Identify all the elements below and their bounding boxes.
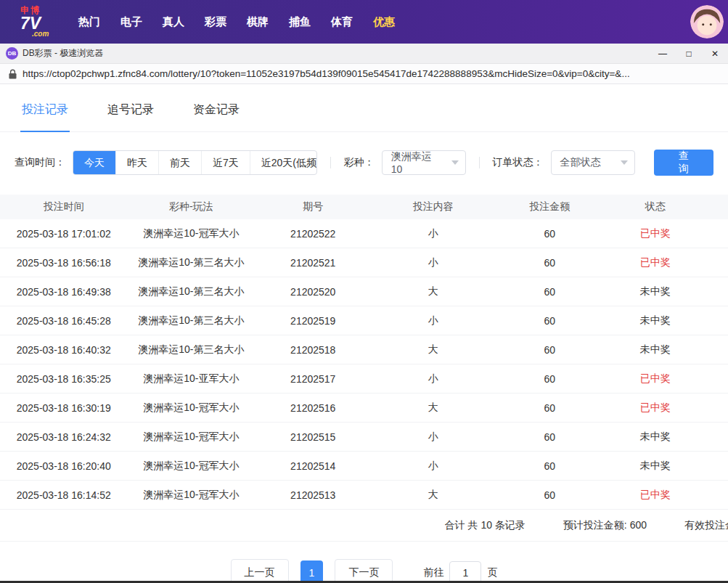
lottery-select[interactable]: 澳洲幸运10 bbox=[382, 150, 466, 175]
site-nav-menu: 热门电子真人彩票棋牌捕鱼体育优惠 bbox=[78, 15, 690, 29]
nav-item[interactable]: 棋牌 bbox=[247, 15, 269, 29]
bet-content: 大 bbox=[372, 285, 496, 298]
tab-item[interactable]: 投注记录 bbox=[20, 102, 70, 131]
bet-period: 21202514 bbox=[255, 460, 371, 472]
bet-period: 21202515 bbox=[255, 431, 371, 443]
bet-period: 21202517 bbox=[255, 373, 371, 385]
time-filter-option[interactable]: 昨天 bbox=[115, 151, 158, 174]
bet-period: 21202522 bbox=[255, 228, 371, 240]
bet-play: 澳洲幸运10-亚军大小 bbox=[128, 372, 255, 386]
time-filter-group: 今天昨天前天近7天近20天(低频) bbox=[73, 150, 317, 175]
bet-amount: 60 bbox=[495, 286, 604, 298]
browser-tab-icon: DB bbox=[6, 47, 18, 60]
bet-content: 小 bbox=[372, 227, 496, 240]
time-filter-label: 查询时间： bbox=[15, 156, 65, 169]
bet-status: 已中奖 bbox=[604, 256, 705, 269]
nav-item[interactable]: 体育 bbox=[331, 15, 353, 29]
nav-item[interactable]: 热门 bbox=[78, 15, 100, 29]
bet-period: 21202513 bbox=[255, 489, 371, 501]
nav-item[interactable]: 真人 bbox=[163, 15, 184, 29]
bet-status: 已中奖 bbox=[604, 401, 705, 415]
bet-amount: 60 bbox=[495, 402, 604, 414]
filter-divider bbox=[479, 157, 480, 168]
bet-time: 2025-03-18 16:45:28 bbox=[0, 315, 128, 327]
ssl-lock-icon bbox=[9, 69, 17, 79]
bet-amount: 60 bbox=[495, 460, 604, 472]
filter-divider bbox=[330, 157, 331, 168]
bet-content: 小 bbox=[372, 460, 496, 473]
table-row: 2025-03-18 16:20:40澳洲幸运10-冠军大小21202514小6… bbox=[0, 452, 728, 481]
url-text[interactable]: https://ctop02pchwp1.zfnc84.com/lottery/… bbox=[23, 68, 630, 79]
bet-period: 21202520 bbox=[255, 286, 371, 298]
bet-content: 小 bbox=[372, 314, 496, 327]
next-page-button[interactable]: 下一页 bbox=[335, 559, 393, 583]
nav-item[interactable]: 捕鱼 bbox=[289, 15, 311, 29]
close-icon[interactable]: ✕ bbox=[702, 44, 728, 64]
user-avatar[interactable] bbox=[690, 5, 724, 38]
lottery-filter-label: 彩种： bbox=[344, 156, 375, 169]
browser-titlebar: DB DB彩票 - 极速浏览器 — □ ✕ bbox=[0, 44, 728, 64]
column-header: 状态 bbox=[604, 200, 705, 213]
column-header: 期号 bbox=[255, 200, 371, 213]
bet-play: 澳洲幸运10-冠军大小 bbox=[128, 460, 255, 473]
bet-period: 21202518 bbox=[255, 344, 371, 356]
minimize-icon[interactable]: — bbox=[650, 44, 676, 64]
bet-content: 小 bbox=[372, 431, 496, 444]
current-page-button[interactable]: 1 bbox=[300, 560, 324, 583]
bet-content: 大 bbox=[372, 343, 496, 356]
time-filter-option[interactable]: 近7天 bbox=[201, 151, 250, 174]
time-filter-option[interactable]: 今天 bbox=[73, 151, 115, 174]
bet-status: 未中奖 bbox=[604, 460, 705, 473]
page-content: 投注记录追号记录资金记录 查询时间： 今天昨天前天近7天近20天(低频) 彩种：… bbox=[0, 84, 728, 583]
bet-content: 小 bbox=[372, 372, 496, 386]
bet-play: 澳洲幸运10-第三名大小 bbox=[128, 256, 255, 269]
bet-play: 澳洲幸运10-第三名大小 bbox=[128, 343, 255, 356]
bet-amount: 60 bbox=[495, 257, 604, 269]
bet-amount: 60 bbox=[495, 344, 604, 356]
chevron-down-icon bbox=[621, 160, 628, 165]
nav-item[interactable]: 电子 bbox=[120, 15, 142, 29]
estimated-amount-text: 预计投注金额: 600 bbox=[563, 519, 647, 532]
bet-play: 澳洲幸运10-冠军大小 bbox=[128, 401, 255, 415]
table-row: 2025-03-18 16:35:25澳洲幸运10-亚军大小21202517小6… bbox=[0, 364, 728, 394]
table-row: 2025-03-18 16:40:32澳洲幸运10-第三名大小21202518大… bbox=[0, 335, 728, 364]
bet-content: 大 bbox=[372, 489, 496, 502]
goto-page-group: 前往 页 bbox=[423, 561, 497, 583]
query-button[interactable]: 查询 bbox=[654, 150, 713, 176]
bet-status: 未中奖 bbox=[604, 343, 705, 356]
prev-page-button[interactable]: 上一页 bbox=[231, 559, 289, 583]
table-row: 2025-03-18 16:24:32澳洲幸运10-冠军大小21202515小6… bbox=[0, 423, 728, 452]
column-header: 投注内容 bbox=[372, 200, 496, 213]
maximize-icon[interactable]: □ bbox=[676, 44, 702, 64]
bet-time: 2025-03-18 17:01:02 bbox=[0, 228, 128, 240]
site-logo[interactable]: 申博 7V.com bbox=[20, 6, 64, 38]
table-row: 2025-03-18 16:45:28澳洲幸运10-第三名大小21202519小… bbox=[0, 306, 728, 335]
filter-bar: 查询时间： 今天昨天前天近7天近20天(低频) 彩种： 澳洲幸运10 订单状态：… bbox=[0, 150, 728, 176]
tab-item[interactable]: 资金记录 bbox=[192, 102, 241, 131]
time-filter-option[interactable]: 前天 bbox=[158, 151, 201, 174]
bet-content: 小 bbox=[372, 256, 496, 269]
bet-play: 澳洲幸运10-冠军大小 bbox=[128, 227, 255, 240]
status-select[interactable]: 全部状态 bbox=[551, 150, 635, 175]
window-controls: — □ ✕ bbox=[650, 44, 728, 64]
nav-item[interactable]: 彩票 bbox=[205, 15, 226, 29]
bet-amount: 60 bbox=[495, 228, 604, 240]
bet-time: 2025-03-18 16:20:40 bbox=[0, 460, 128, 472]
nav-item[interactable]: 优惠 bbox=[373, 15, 395, 29]
total-records-text: 合计 共 10 条记录 bbox=[445, 519, 525, 532]
bet-status: 已中奖 bbox=[604, 372, 705, 386]
table-header: 投注时间彩种-玩法期号投注内容投注金额状态 bbox=[0, 195, 728, 219]
bet-status: 未中奖 bbox=[604, 314, 705, 327]
bet-status: 已中奖 bbox=[604, 227, 705, 240]
bet-play: 澳洲幸运10-第三名大小 bbox=[128, 314, 255, 327]
time-filter-option[interactable]: 近20天(低频) bbox=[250, 151, 317, 174]
goto-label: 前往 bbox=[423, 566, 443, 579]
bet-status: 已中奖 bbox=[604, 489, 705, 502]
tab-item[interactable]: 追号记录 bbox=[106, 102, 155, 131]
bet-period: 21202516 bbox=[255, 402, 371, 414]
bet-records-table: 投注时间彩种-玩法期号投注内容投注金额状态 2025-03-18 17:01:0… bbox=[0, 195, 728, 542]
goto-page-input[interactable] bbox=[449, 561, 481, 583]
logo-text-brand: 7V.com bbox=[20, 15, 64, 38]
pagination: 上一页 1 下一页 前往 页 bbox=[0, 559, 728, 583]
column-header: 彩种-玩法 bbox=[128, 200, 255, 213]
